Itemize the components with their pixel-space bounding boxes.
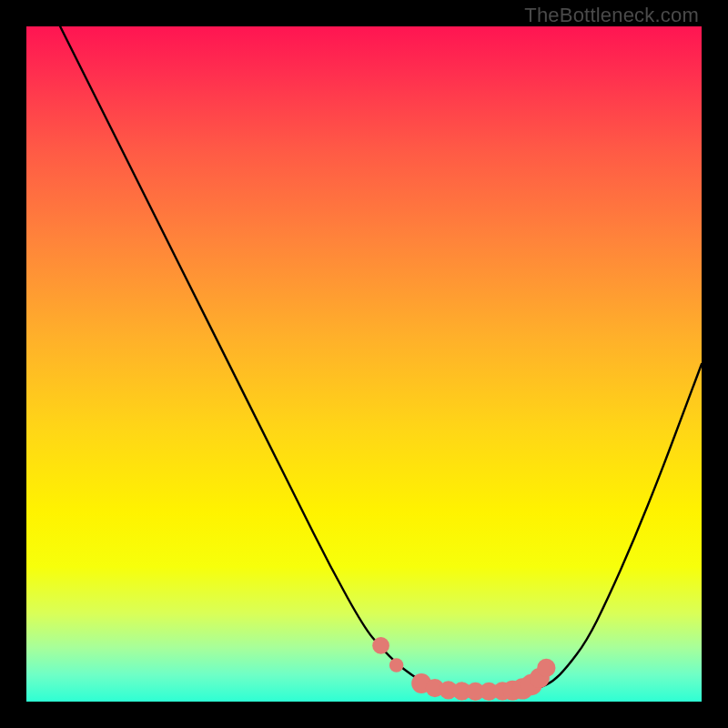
curve-marker — [389, 658, 404, 672]
curve-markers — [372, 637, 555, 701]
watermark-text: TheBottleneck.com — [524, 4, 699, 27]
curve-marker — [372, 637, 389, 654]
curve-layer — [26, 26, 702, 702]
bottleneck-curve — [60, 26, 702, 692]
outer-frame: TheBottleneck.com — [0, 0, 728, 728]
curve-marker — [537, 659, 555, 677]
